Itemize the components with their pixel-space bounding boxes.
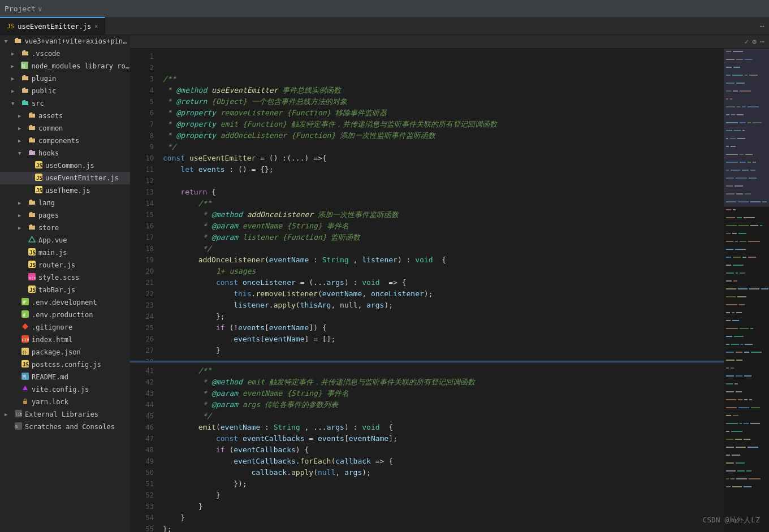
- sidebar-item-hooks[interactable]: ▼hooks: [0, 147, 130, 159]
- sidebar-item-public[interactable]: ▶public: [0, 85, 130, 97]
- svg-text:JS: JS: [23, 362, 29, 367]
- line-number: 28: [130, 356, 154, 361]
- main-layout: ▼vue3+vant+vite+axios+pinia+s▶.vscode▶Nn…: [0, 35, 769, 532]
- tree-arrow: ▶: [11, 76, 20, 81]
- file-icon-postcss: JS: [20, 360, 29, 369]
- file-icon-useCommon: JS: [34, 161, 43, 170]
- sidebar-item-common[interactable]: ▶common: [0, 122, 130, 135]
- sidebar-item-mainjs[interactable]: JSmain.js: [0, 246, 130, 259]
- code-line: emit(eventName : String , ...args) : voi…: [163, 422, 715, 433]
- sidebar-item-postcss[interactable]: JSpostcss.config.js: [0, 358, 130, 371]
- sidebar-item-pages[interactable]: ▶pages: [0, 209, 130, 222]
- sidebar-item-envprod[interactable]: #.env.production: [0, 309, 130, 321]
- tree-arrow: ▼: [18, 150, 27, 156]
- line-number: 15: [130, 209, 154, 220]
- sidebar-item-indexhtml[interactable]: HTMLindex.html: [0, 334, 130, 346]
- gear-icon[interactable]: ⚙: [752, 37, 757, 46]
- line-number: 20: [130, 266, 154, 277]
- code-line: return {: [163, 187, 715, 198]
- line-number: 49: [130, 456, 154, 467]
- svg-text:N: N: [22, 64, 25, 69]
- line-number: 41: [130, 365, 154, 377]
- more-icon[interactable]: ⋯: [760, 37, 764, 46]
- tree-item-label: postcss.config.js: [32, 361, 101, 369]
- title-bar: Project ∨: [0, 0, 769, 17]
- tree-item-label: router.js: [38, 261, 75, 269]
- editor-scrollable[interactable]: 1234567891011121314151617181920212223242…: [130, 49, 724, 361]
- tree-arrow: ▶: [11, 88, 20, 94]
- tree-item-label: External Libraries: [25, 410, 98, 418]
- sidebar-item-lang[interactable]: ▶lang: [0, 197, 130, 209]
- sidebar-item-plugin[interactable]: ▶plugin: [0, 72, 130, 85]
- line-numbers-bottom: 414243444546474849505152535455565758: [130, 363, 158, 532]
- svg-marker-21: [22, 323, 28, 330]
- line-number: 26: [130, 334, 154, 345]
- sidebar-item-useEventEmitter[interactable]: JSuseEventEmitter.js: [0, 172, 130, 184]
- file-icon-gitignore: [20, 323, 29, 332]
- sidebar-item-routerjs[interactable]: JSrouter.js: [0, 259, 130, 271]
- sidebar-item-useCommon[interactable]: JSuseCommon.js: [0, 159, 130, 172]
- check-icon[interactable]: ✓: [745, 37, 749, 46]
- code-line: }: [163, 501, 715, 512]
- line-number: 53: [130, 501, 154, 512]
- code-line: }: [163, 512, 715, 524]
- tree-item-label: index.html: [32, 336, 72, 344]
- code-line: /**: [163, 198, 715, 209]
- line-number: 12: [130, 175, 154, 187]
- more-tabs-icon[interactable]: ⋯: [760, 21, 764, 31]
- file-icon-vscode: [20, 50, 29, 58]
- sidebar-item-root[interactable]: ▼vue3+vant+vite+axios+pinia+s: [0, 35, 130, 47]
- sidebar-item-extlibs[interactable]: ▶libExternal Libraries: [0, 408, 130, 421]
- sidebar-item-envdev[interactable]: #.env.development: [0, 296, 130, 309]
- tab-right-actions: ⋯: [755, 17, 769, 34]
- line-number: 6: [130, 107, 154, 119]
- sidebar-item-assets[interactable]: ▶assets: [0, 110, 130, 122]
- sidebar-item-stylescss[interactable]: scssstyle.scss: [0, 271, 130, 284]
- sidebar-item-readme[interactable]: MREADME.md: [0, 371, 130, 383]
- tree-arrow: ▼: [5, 38, 14, 44]
- tree-item-label: pages: [38, 211, 59, 219]
- tab-close-button[interactable]: ×: [94, 23, 98, 29]
- sidebar-item-vscode[interactable]: ▶.vscode: [0, 47, 130, 60]
- watermark: CSDN @局外人LZ: [702, 515, 760, 525]
- sidebar-item-scratches[interactable]: SScratches and Consoles: [0, 421, 130, 433]
- minimap-canvas: [724, 49, 769, 532]
- line-number: 51: [130, 478, 154, 490]
- code-content-bottom: /** * @method emit 触发特定事件，并传递消息与监听事件关联的所…: [158, 363, 724, 532]
- sidebar-item-tabBarjs[interactable]: JStabBar.js: [0, 284, 130, 296]
- sidebar-item-packagejson[interactable]: {}package.json: [0, 346, 130, 358]
- code-line: const onceListener = (...args) : void =>…: [163, 277, 715, 288]
- file-icon-root: [14, 37, 23, 45]
- svg-text:JS: JS: [29, 262, 36, 268]
- tab-useEventEmitter[interactable]: JS useEventEmitter.js ×: [0, 17, 105, 34]
- line-number: 14: [130, 198, 154, 209]
- tree-item-label: .env.development: [32, 299, 97, 306]
- tree-item-label: useEventEmitter.js: [45, 174, 119, 182]
- svg-text:JS: JS: [36, 188, 42, 193]
- project-title[interactable]: Project ∨: [5, 5, 42, 13]
- sidebar-item-src[interactable]: ▼src: [0, 97, 130, 110]
- sidebar-item-viteconfig[interactable]: vite.config.js: [0, 383, 130, 396]
- file-icon-components: [27, 137, 36, 145]
- sidebar-item-useTheme[interactable]: JSuseTheme.js: [0, 184, 130, 197]
- sidebar-item-node_modules[interactable]: ▶Nnode_modules library root: [0, 60, 130, 72]
- sidebar-item-gitignore[interactable]: .gitignore: [0, 321, 130, 334]
- file-icon-indexhtml: HTML: [20, 335, 29, 344]
- sidebar-item-components[interactable]: ▶components: [0, 135, 130, 147]
- line-number: 18: [130, 243, 154, 254]
- project-chevron: ∨: [38, 5, 42, 13]
- code-line: * @param listener {Function} 监听函数: [163, 232, 715, 243]
- tree-item-label: vite.config.js: [32, 386, 89, 393]
- bottom-code[interactable]: 414243444546474849505152535455565758 /**…: [130, 363, 724, 532]
- line-number: 42: [130, 377, 154, 388]
- code-line: this.removeListener(eventName, onceListe…: [163, 288, 715, 300]
- sidebar-item-yarnlock[interactable]: yarn.lock: [0, 396, 130, 408]
- code-line: if (eventCallbacks) {: [163, 444, 715, 456]
- sidebar-item-store[interactable]: ▶store: [0, 222, 130, 234]
- code-line: const useEventEmitter = () :(...) =>{: [163, 153, 715, 164]
- line-number: 8: [130, 130, 154, 141]
- tree-item-label: package.json: [32, 348, 81, 356]
- editor-main: 1234567891011121314151617181920212223242…: [130, 49, 724, 532]
- sidebar-item-AppVue[interactable]: App.vue: [0, 234, 130, 246]
- line-number: 24: [130, 311, 154, 322]
